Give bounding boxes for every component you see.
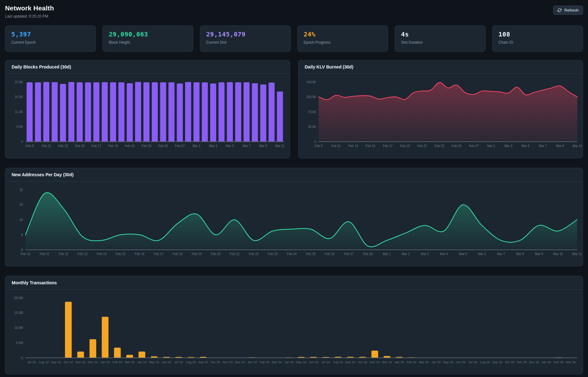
svg-text:Jul '24: Jul '24 xyxy=(321,360,330,364)
svg-text:Dec '25: Dec '25 xyxy=(529,360,539,364)
svg-text:Feb '23: Feb '23 xyxy=(113,360,122,364)
stat-card-slot-duration: 4s Slot Duration xyxy=(395,25,486,52)
svg-text:35.0K: 35.0K xyxy=(308,125,316,128)
chain-id-value: 108 xyxy=(498,30,577,38)
daily-blocks-chart[interactable]: Feb 9Feb 11Feb 13Feb 15Feb 17Feb 19Feb 2… xyxy=(5,74,290,158)
svg-text:Jan '26: Jan '26 xyxy=(542,360,551,364)
block-height-label: Block Height xyxy=(109,40,187,45)
block-height-value: 29,090,063 xyxy=(109,30,187,38)
svg-text:Jan '23: Jan '23 xyxy=(101,360,110,364)
svg-text:Feb 25: Feb 25 xyxy=(306,252,316,256)
svg-text:Mar 11: Mar 11 xyxy=(572,144,582,148)
current-slot-value: 29,145,079 xyxy=(206,30,284,38)
stat-card-chain-id: 108 Chain ID xyxy=(492,25,583,52)
svg-text:Feb 25: Feb 25 xyxy=(452,144,462,148)
svg-text:Jun '23: Jun '23 xyxy=(162,360,171,364)
svg-text:Jun '24: Jun '24 xyxy=(309,360,318,364)
svg-text:Feb 14: Feb 14 xyxy=(96,252,107,256)
monthly-transactions-chart[interactable]: Jul '22Aug '22Sep '22Oct '22Nov '22Dec '… xyxy=(5,290,583,374)
svg-text:70.0K: 70.0K xyxy=(308,110,316,114)
chart-card-klv-burned: Daily KLV Burned (30d) Feb 9Feb 11Feb 13… xyxy=(298,60,583,158)
svg-text:Nov '25: Nov '25 xyxy=(517,360,527,364)
svg-text:0: 0 xyxy=(314,140,316,144)
stat-card-current-slot: 29,145,079 Current Slot xyxy=(200,25,291,52)
svg-text:Jun '25: Jun '25 xyxy=(456,360,465,364)
network-health-dashboard: Network Health Last updated: 9:25:20 PM … xyxy=(0,0,588,377)
svg-text:10.0M: 10.0M xyxy=(14,326,23,330)
svg-text:8: 8 xyxy=(21,233,23,237)
svg-text:Nov '22: Nov '22 xyxy=(76,360,86,364)
chart-card-daily-blocks: Daily Blocks Produced (30d) Feb 9Feb 11F… xyxy=(5,60,290,158)
svg-text:Nov '23: Nov '23 xyxy=(223,360,233,364)
svg-text:16.5K: 16.5K xyxy=(15,95,23,99)
svg-text:Mar 7: Mar 7 xyxy=(497,252,505,256)
svg-text:Mar 1: Mar 1 xyxy=(192,144,201,148)
new-addresses-chart[interactable]: Feb 10Feb 11Feb 12Feb 13Feb 14Feb 15Feb … xyxy=(5,182,583,266)
svg-text:Apr '24: Apr '24 xyxy=(284,360,294,364)
svg-text:Feb 19: Feb 19 xyxy=(400,144,410,148)
svg-text:Mar 9: Mar 9 xyxy=(259,144,267,148)
svg-text:May '24: May '24 xyxy=(296,360,306,364)
svg-text:Mar 9: Mar 9 xyxy=(535,252,543,256)
svg-text:Feb 18: Feb 18 xyxy=(173,252,183,256)
daily-blocks-title: Daily Blocks Produced (30d) xyxy=(12,64,283,69)
svg-text:Feb 9: Feb 9 xyxy=(315,144,323,148)
svg-text:Feb 11: Feb 11 xyxy=(40,252,49,256)
svg-text:11.0K: 11.0K xyxy=(15,110,23,114)
svg-text:Mar 5: Mar 5 xyxy=(521,144,530,148)
refresh-label: Refresh xyxy=(564,8,579,13)
svg-text:Dec '22: Dec '22 xyxy=(88,360,98,364)
refresh-button[interactable]: Refresh xyxy=(553,6,583,15)
svg-text:Mar '23: Mar '23 xyxy=(125,360,135,364)
svg-text:Feb 27: Feb 27 xyxy=(469,144,479,148)
svg-text:Dec '23: Dec '23 xyxy=(235,360,245,364)
svg-text:Feb 22: Feb 22 xyxy=(249,252,259,256)
svg-text:Mar 7: Mar 7 xyxy=(539,144,547,148)
svg-text:Mar 4: Mar 4 xyxy=(440,252,448,256)
svg-text:32: 32 xyxy=(19,188,23,192)
svg-text:Sep '22: Sep '22 xyxy=(51,360,61,364)
svg-text:Mar 11: Mar 11 xyxy=(572,252,582,256)
svg-text:Feb 19: Feb 19 xyxy=(108,144,118,148)
svg-text:May '25: May '25 xyxy=(443,360,453,364)
chain-id-label: Chain ID xyxy=(498,40,577,45)
svg-text:Mar 10: Mar 10 xyxy=(553,252,563,256)
svg-text:Oct '22: Oct '22 xyxy=(64,360,73,364)
klv-burned-header: Daily KLV Burned (30d) xyxy=(299,60,583,74)
svg-text:Aug '24: Aug '24 xyxy=(333,360,343,364)
svg-text:Jul '23: Jul '23 xyxy=(174,360,183,364)
svg-text:Feb 17: Feb 17 xyxy=(91,144,102,148)
svg-text:16: 16 xyxy=(19,218,23,221)
svg-text:Nov '24: Nov '24 xyxy=(370,360,380,364)
svg-text:22.0K: 22.0K xyxy=(15,80,23,84)
svg-text:Mar '26: Mar '26 xyxy=(566,360,576,364)
svg-text:Sep '23: Sep '23 xyxy=(198,360,208,364)
svg-text:Mar 11: Mar 11 xyxy=(275,144,285,148)
klv-burned-chart[interactable]: Feb 9Feb 11Feb 13Feb 15Feb 17Feb 19Feb 2… xyxy=(299,74,583,158)
svg-text:20.0M: 20.0M xyxy=(14,296,23,300)
svg-text:Feb 26: Feb 26 xyxy=(325,252,335,256)
svg-text:Feb 16: Feb 16 xyxy=(135,252,145,256)
svg-text:Jan '25: Jan '25 xyxy=(395,360,404,364)
svg-text:5.0M: 5.0M xyxy=(16,341,23,345)
svg-text:Feb 15: Feb 15 xyxy=(365,144,376,148)
svg-text:Feb 21: Feb 21 xyxy=(230,252,240,256)
svg-text:5.5K: 5.5K xyxy=(16,125,23,128)
svg-text:Mar 8: Mar 8 xyxy=(516,252,524,256)
monthly-transactions-header: Monthly Transactions xyxy=(5,276,583,290)
svg-text:Aug '23: Aug '23 xyxy=(186,360,196,364)
svg-text:0: 0 xyxy=(21,140,23,144)
svg-text:0: 0 xyxy=(21,248,23,252)
svg-text:Feb 21: Feb 21 xyxy=(417,144,427,148)
svg-text:Mar '25: Mar '25 xyxy=(419,360,429,364)
svg-text:Feb 24: Feb 24 xyxy=(287,252,297,256)
last-updated: Last updated: 9:25:20 PM xyxy=(5,14,54,19)
svg-text:May '23: May '23 xyxy=(149,360,159,364)
current-slot-label: Current Slot xyxy=(206,40,284,45)
monthly-transactions-title: Monthly Transactions xyxy=(12,280,576,285)
svg-text:Feb '25: Feb '25 xyxy=(407,360,416,364)
svg-text:Apr '25: Apr '25 xyxy=(431,360,441,364)
slot-duration-value: 4s xyxy=(401,30,479,38)
svg-text:Feb 13: Feb 13 xyxy=(348,144,358,148)
svg-text:Mar 5: Mar 5 xyxy=(459,252,467,256)
